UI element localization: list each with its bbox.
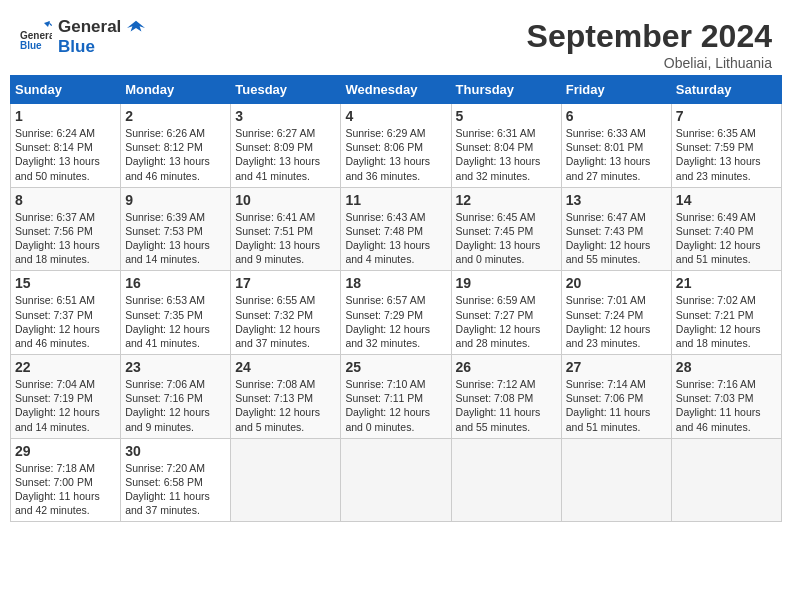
calendar-week-row: 22 Sunrise: 7:04 AMSunset: 7:19 PMDaylig… [11,355,782,439]
calendar-cell: 7 Sunrise: 6:35 AMSunset: 7:59 PMDayligh… [671,104,781,188]
calendar-cell: 6 Sunrise: 6:33 AMSunset: 8:01 PMDayligh… [561,104,671,188]
day-number: 14 [676,192,777,208]
day-number: 6 [566,108,667,124]
calendar-cell: 16 Sunrise: 6:53 AMSunset: 7:35 PMDaylig… [121,271,231,355]
day-number: 12 [456,192,557,208]
calendar-cell: 12 Sunrise: 6:45 AMSunset: 7:45 PMDaylig… [451,187,561,271]
page-header: General Blue General Blue September 2024… [10,10,782,75]
day-info: Sunrise: 6:35 AMSunset: 7:59 PMDaylight:… [676,126,777,183]
day-number: 7 [676,108,777,124]
col-monday: Monday [121,76,231,104]
day-number: 9 [125,192,226,208]
day-info: Sunrise: 7:16 AMSunset: 7:03 PMDaylight:… [676,377,777,434]
day-info: Sunrise: 6:26 AMSunset: 8:12 PMDaylight:… [125,126,226,183]
calendar-cell [231,438,341,522]
calendar-cell: 3 Sunrise: 6:27 AMSunset: 8:09 PMDayligh… [231,104,341,188]
calendar-cell: 26 Sunrise: 7:12 AMSunset: 7:08 PMDaylig… [451,355,561,439]
day-number: 26 [456,359,557,375]
day-info: Sunrise: 6:41 AMSunset: 7:51 PMDaylight:… [235,210,336,267]
day-number: 13 [566,192,667,208]
day-info: Sunrise: 7:02 AMSunset: 7:21 PMDaylight:… [676,293,777,350]
day-info: Sunrise: 6:24 AMSunset: 8:14 PMDaylight:… [15,126,116,183]
day-info: Sunrise: 6:31 AMSunset: 8:04 PMDaylight:… [456,126,557,183]
day-info: Sunrise: 7:08 AMSunset: 7:13 PMDaylight:… [235,377,336,434]
day-info: Sunrise: 6:45 AMSunset: 7:45 PMDaylight:… [456,210,557,267]
calendar-table: Sunday Monday Tuesday Wednesday Thursday… [10,75,782,522]
day-info: Sunrise: 7:06 AMSunset: 7:16 PMDaylight:… [125,377,226,434]
day-number: 30 [125,443,226,459]
day-number: 23 [125,359,226,375]
day-info: Sunrise: 7:14 AMSunset: 7:06 PMDaylight:… [566,377,667,434]
logo-general-text: General [58,17,121,36]
calendar-cell: 20 Sunrise: 7:01 AMSunset: 7:24 PMDaylig… [561,271,671,355]
day-number: 27 [566,359,667,375]
day-number: 20 [566,275,667,291]
calendar-cell: 30 Sunrise: 7:20 AMSunset: 6:58 PMDaylig… [121,438,231,522]
day-number: 17 [235,275,336,291]
calendar-cell: 29 Sunrise: 7:18 AMSunset: 7:00 PMDaylig… [11,438,121,522]
title-block: September 2024 Obeliai, Lithuania [527,18,772,71]
month-title: September 2024 [527,18,772,55]
day-number: 10 [235,192,336,208]
calendar-cell: 14 Sunrise: 6:49 AMSunset: 7:40 PMDaylig… [671,187,781,271]
calendar-cell: 22 Sunrise: 7:04 AMSunset: 7:19 PMDaylig… [11,355,121,439]
calendar-cell: 17 Sunrise: 6:55 AMSunset: 7:32 PMDaylig… [231,271,341,355]
day-number: 24 [235,359,336,375]
day-number: 28 [676,359,777,375]
day-info: Sunrise: 7:18 AMSunset: 7:00 PMDaylight:… [15,461,116,518]
calendar-cell: 25 Sunrise: 7:10 AMSunset: 7:11 PMDaylig… [341,355,451,439]
day-info: Sunrise: 6:47 AMSunset: 7:43 PMDaylight:… [566,210,667,267]
calendar-cell: 4 Sunrise: 6:29 AMSunset: 8:06 PMDayligh… [341,104,451,188]
calendar-cell [671,438,781,522]
day-info: Sunrise: 7:10 AMSunset: 7:11 PMDaylight:… [345,377,446,434]
day-info: Sunrise: 6:59 AMSunset: 7:27 PMDaylight:… [456,293,557,350]
day-info: Sunrise: 7:01 AMSunset: 7:24 PMDaylight:… [566,293,667,350]
calendar-cell: 11 Sunrise: 6:43 AMSunset: 7:48 PMDaylig… [341,187,451,271]
calendar-cell: 9 Sunrise: 6:39 AMSunset: 7:53 PMDayligh… [121,187,231,271]
col-thursday: Thursday [451,76,561,104]
day-info: Sunrise: 6:51 AMSunset: 7:37 PMDaylight:… [15,293,116,350]
calendar-week-row: 1 Sunrise: 6:24 AMSunset: 8:14 PMDayligh… [11,104,782,188]
calendar-cell: 2 Sunrise: 6:26 AMSunset: 8:12 PMDayligh… [121,104,231,188]
logo-blue-text: Blue [58,37,95,56]
day-info: Sunrise: 6:39 AMSunset: 7:53 PMDaylight:… [125,210,226,267]
day-number: 18 [345,275,446,291]
calendar-cell [451,438,561,522]
col-saturday: Saturday [671,76,781,104]
day-info: Sunrise: 7:20 AMSunset: 6:58 PMDaylight:… [125,461,226,518]
day-number: 8 [15,192,116,208]
col-sunday: Sunday [11,76,121,104]
calendar-cell: 27 Sunrise: 7:14 AMSunset: 7:06 PMDaylig… [561,355,671,439]
location-subtitle: Obeliai, Lithuania [527,55,772,71]
col-wednesday: Wednesday [341,76,451,104]
calendar-cell [561,438,671,522]
calendar-cell: 5 Sunrise: 6:31 AMSunset: 8:04 PMDayligh… [451,104,561,188]
day-info: Sunrise: 6:29 AMSunset: 8:06 PMDaylight:… [345,126,446,183]
day-number: 22 [15,359,116,375]
calendar-cell: 23 Sunrise: 7:06 AMSunset: 7:16 PMDaylig… [121,355,231,439]
day-info: Sunrise: 6:37 AMSunset: 7:56 PMDaylight:… [15,210,116,267]
calendar-cell: 19 Sunrise: 6:59 AMSunset: 7:27 PMDaylig… [451,271,561,355]
day-info: Sunrise: 6:27 AMSunset: 8:09 PMDaylight:… [235,126,336,183]
calendar-cell: 13 Sunrise: 6:47 AMSunset: 7:43 PMDaylig… [561,187,671,271]
col-tuesday: Tuesday [231,76,341,104]
day-info: Sunrise: 6:49 AMSunset: 7:40 PMDaylight:… [676,210,777,267]
day-info: Sunrise: 6:43 AMSunset: 7:48 PMDaylight:… [345,210,446,267]
calendar-header-row: Sunday Monday Tuesday Wednesday Thursday… [11,76,782,104]
day-number: 2 [125,108,226,124]
day-number: 25 [345,359,446,375]
svg-marker-4 [127,21,145,32]
calendar-cell: 1 Sunrise: 6:24 AMSunset: 8:14 PMDayligh… [11,104,121,188]
day-number: 1 [15,108,116,124]
calendar-week-row: 15 Sunrise: 6:51 AMSunset: 7:37 PMDaylig… [11,271,782,355]
logo-icon: General Blue [20,19,52,55]
calendar-week-row: 29 Sunrise: 7:18 AMSunset: 7:00 PMDaylig… [11,438,782,522]
day-info: Sunrise: 6:55 AMSunset: 7:32 PMDaylight:… [235,293,336,350]
calendar-cell: 21 Sunrise: 7:02 AMSunset: 7:21 PMDaylig… [671,271,781,355]
day-number: 3 [235,108,336,124]
day-number: 16 [125,275,226,291]
calendar-cell: 8 Sunrise: 6:37 AMSunset: 7:56 PMDayligh… [11,187,121,271]
day-info: Sunrise: 6:57 AMSunset: 7:29 PMDaylight:… [345,293,446,350]
logo-bird-icon [127,19,145,37]
calendar-cell: 28 Sunrise: 7:16 AMSunset: 7:03 PMDaylig… [671,355,781,439]
